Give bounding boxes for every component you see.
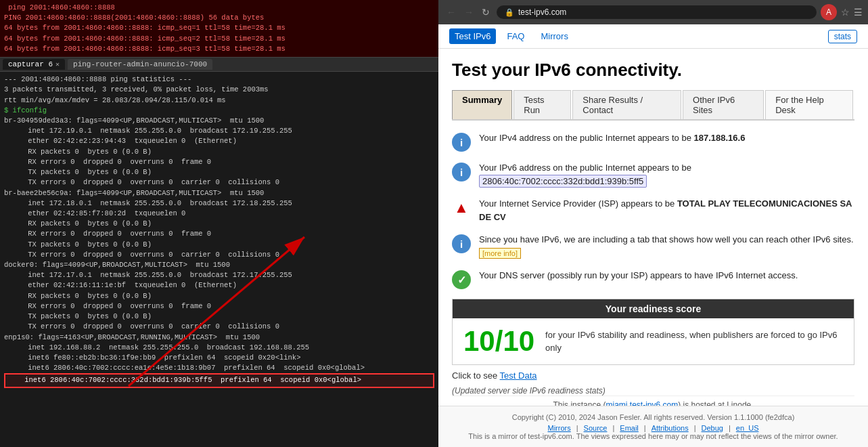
iface-3-rxerr: RX errors 0 dropped 0 overruns 0 frame 0 xyxy=(4,301,434,312)
iface-1-rxerr: RX errors 0 dropped 0 overruns 0 frame 0 xyxy=(4,157,434,167)
page-title: Test your IPv6 connectivity. xyxy=(452,60,854,81)
nav-test-ipv6[interactable]: Test IPv6 xyxy=(449,28,496,44)
info-ipv4: i Your IPv4 address on the public Intern… xyxy=(452,131,854,152)
info-icon-ipv6: i xyxy=(452,163,471,182)
extensions-icon[interactable]: ☰ xyxy=(854,7,863,18)
browser-toolbar: ← → ↻ 🔒 test-ipv6.com A ☆ ☰ xyxy=(438,0,868,24)
terminal-body: --- 2001:4860:4860::8888 ping statistics… xyxy=(0,72,438,447)
back-button[interactable]: ← xyxy=(444,5,459,19)
rtt-line: rtt min/avg/max/mdev = 28.083/28.094/28.… xyxy=(4,95,434,106)
copyright-line1: Copyright (C) 2010, 2024 Jason Fesler. A… xyxy=(449,413,857,421)
ping-cmd: ping 2001:4860:4860::8888 xyxy=(4,3,434,13)
readiness-score: 10/10 xyxy=(463,325,534,358)
terminal-tab-2[interactable]: ping-router-admin-anuncio-7000 xyxy=(68,59,212,70)
bookmark-icon[interactable]: ☆ xyxy=(841,7,850,18)
iface-1-ether: ether 02:42:e2:23:94:43 txqueuelen 0 (Et… xyxy=(4,136,434,146)
isp-arrow-icon: ▲ xyxy=(452,198,471,217)
more-info-link[interactable]: [more info] xyxy=(479,248,521,259)
tab-summary[interactable]: Summary xyxy=(452,90,512,119)
iface-2-ether: ether 02:42:85:f7:80:2d txqueuelen 0 xyxy=(4,209,434,219)
stats-button[interactable]: stats xyxy=(828,30,857,43)
test-data-label: Click to see xyxy=(452,370,497,381)
translate-icon[interactable]: A xyxy=(821,4,837,20)
info-dns: ✓ Your DNS server (possibly run by your … xyxy=(452,269,854,289)
terminal-tab-1[interactable]: capturar 6 ✕ xyxy=(3,59,65,70)
info-isp: ▲ Your Internet Service Provider (ISP) a… xyxy=(452,197,854,224)
browser-panel: ← → ↻ 🔒 test-ipv6.com A ☆ ☰ Test IPv6 FA… xyxy=(438,0,868,447)
info-ipv6-tab: i Since you have IPv6, we are including … xyxy=(452,233,854,259)
stats-line: --- 2001:4860:4860::8888 ping statistics… xyxy=(4,74,434,85)
terminal-panel: ping 2001:4860:4860::8888 PING 2001:4860… xyxy=(0,0,438,447)
ipv6-address: 2806:40c:7002:cccc:332d:bdd1:939b:5ff5 xyxy=(479,175,647,188)
iface-1-txerr: TX errors 0 dropped 0 overruns 0 carrier… xyxy=(4,177,434,188)
check-icon-dns: ✓ xyxy=(452,270,471,289)
browser-action-icons: A ☆ ☰ xyxy=(821,4,863,20)
copyright-attributions[interactable]: Attributions xyxy=(652,424,689,432)
info-text-ipv6: Your IPv6 address on the public Internet… xyxy=(479,161,854,188)
forward-button[interactable]: → xyxy=(461,5,476,19)
copyright-section: Copyright (C) 2010, 2024 Jason Fesler. A… xyxy=(438,406,868,447)
iface-1-header: br-304959ded3a3: flags=4099<UP,BROADCAST… xyxy=(4,116,434,126)
ping-reply-1: 64 bytes from 2001:4860:4860::8888: icmp… xyxy=(4,23,434,33)
readiness-desc: for your IPv6 stability and readiness, w… xyxy=(545,328,843,355)
iface-3-ether: ether 02:42:16:11:1e:bf txqueuelen 0 (Et… xyxy=(4,280,434,291)
info-icon-ipv6-tab: i xyxy=(452,234,471,253)
iface-2-rxerr: RX errors 0 dropped 0 overruns 0 frame 0 xyxy=(4,229,434,239)
iface-4-inet6-global1: inet6 2806:40c:7002:cccc:ea1e:4e5e:1b18:… xyxy=(4,363,434,373)
iface-3-rx: RX packets 0 bytes 0 (0.0 B) xyxy=(4,291,434,301)
iface-2-tx: TX packets 0 bytes 0 (0.0 B) xyxy=(4,240,434,250)
iface-3-tx: TX packets 0 bytes 0 (0.0 B) xyxy=(4,312,434,322)
reload-button[interactable]: ↻ xyxy=(479,5,493,19)
terminal-tabs-bar: capturar 6 ✕ ping-router-admin-anuncio-7… xyxy=(0,58,438,72)
tab-close-1[interactable]: ✕ xyxy=(55,60,60,68)
readiness-body: 10/10 for your IPv6 stability and readin… xyxy=(453,318,854,364)
tab-label-2: ping-router-admin-anuncio-7000 xyxy=(73,60,207,68)
url-text: test-ipv6.com xyxy=(518,7,566,17)
tab-share-results[interactable]: Share Results / Contact xyxy=(572,90,681,119)
iface-4-inet6-global2-highlight: inet6 2806:40c:7002:cccc:332d:bdd1:939b:… xyxy=(4,373,434,387)
test-data-link[interactable]: Test Data xyxy=(500,370,537,381)
nav-buttons: ← → ↻ xyxy=(444,5,493,19)
updated-stats: (Updated server side IPv6 readiness stat… xyxy=(452,386,854,396)
iface-3-header: docker0: flags=4099<UP,BROADCAST,MULTICA… xyxy=(4,260,434,270)
iface-1-rx: RX packets 0 bytes 0 (0.0 B) xyxy=(4,147,434,157)
tab-label-1: capturar 6 xyxy=(8,60,53,68)
tab-help-desk[interactable]: For the Help Desk xyxy=(765,90,853,119)
iface-3-inet: inet 172.17.0.1 netmask 255.255.0.0 broa… xyxy=(4,270,434,280)
info-ipv6: i Your IPv6 address on the public Intern… xyxy=(452,161,854,188)
test-data-row: Click to see Test Data xyxy=(452,365,854,383)
readiness-header: Your readiness score xyxy=(453,299,854,318)
iface-4-inet: inet 192.168.88.2 netmask 255.255.255.0 … xyxy=(4,343,434,353)
hosted-info: This instance (miami.test-ipv6.com) is h… xyxy=(452,396,854,406)
tab-tests-run[interactable]: Tests Run xyxy=(513,90,571,119)
copyright-mirrors[interactable]: Mirrors xyxy=(548,424,571,432)
hosted-link[interactable]: miami.test-ipv6.com xyxy=(606,400,678,406)
address-bar[interactable]: 🔒 test-ipv6.com xyxy=(497,5,817,19)
iface-4-header: enp1s0: flags=4163<UP,BROADCAST,RUNNING,… xyxy=(4,333,434,343)
copyright-links: Mirrors | Source | Email | Attributions … xyxy=(449,424,857,432)
iface-4-inet6-link: inet6 fe80::eb2b:bc36:1f9e:bb9 prefixlen… xyxy=(4,353,434,363)
copyright-email[interactable]: Email xyxy=(620,424,639,432)
iface-2-inet: inet 172.18.0.1 netmask 255.255.0.0 broa… xyxy=(4,198,434,209)
iface-1-inet: inet 172.19.0.1 netmask 255.255.0.0 broa… xyxy=(4,126,434,136)
copyright-source[interactable]: Source xyxy=(584,424,608,432)
nav-mirrors[interactable]: Mirrors xyxy=(535,28,573,44)
copyright-lang[interactable]: en_US xyxy=(736,424,759,432)
tab-other-ipv6[interactable]: Other IPv6 Sites xyxy=(683,90,764,119)
nav-faq[interactable]: FAQ xyxy=(501,28,530,44)
info-text-ipv6-tab: Since you have IPv6, we are including a … xyxy=(479,233,854,259)
copyright-line2: This is a mirror of test-ipv6.com. The v… xyxy=(449,432,857,440)
terminal-ping-output: ping 2001:4860:4860::8888 PING 2001:4860… xyxy=(0,0,438,58)
lock-icon: 🔒 xyxy=(505,8,514,17)
iface-1-tx: TX packets 0 bytes 0 (0.0 B) xyxy=(4,167,434,177)
info-text-isp: Your Internet Service Provider (ISP) app… xyxy=(479,197,854,224)
iface-2-rx: RX packets 0 bytes 0 (0.0 B) xyxy=(4,219,434,229)
main-content: Test your IPv6 connectivity. Summary Tes… xyxy=(438,49,868,406)
ping-reply-3: 64 bytes from 2001:4860:4860::8888: icmp… xyxy=(4,44,434,54)
iface-3-txerr: TX errors 0 dropped 0 overruns 0 carrier… xyxy=(4,322,434,332)
info-text-ipv4: Your IPv4 address on the public Internet… xyxy=(479,131,854,145)
iface-2-txerr: TX errors 0 dropped 0 overruns 0 carrier… xyxy=(4,250,434,260)
ping-reply-2: 64 bytes from 2001:4860:4860::8888: icmp… xyxy=(4,34,434,44)
prompt: $ ifconfig xyxy=(4,106,434,116)
copyright-debug[interactable]: Debug xyxy=(702,424,723,432)
